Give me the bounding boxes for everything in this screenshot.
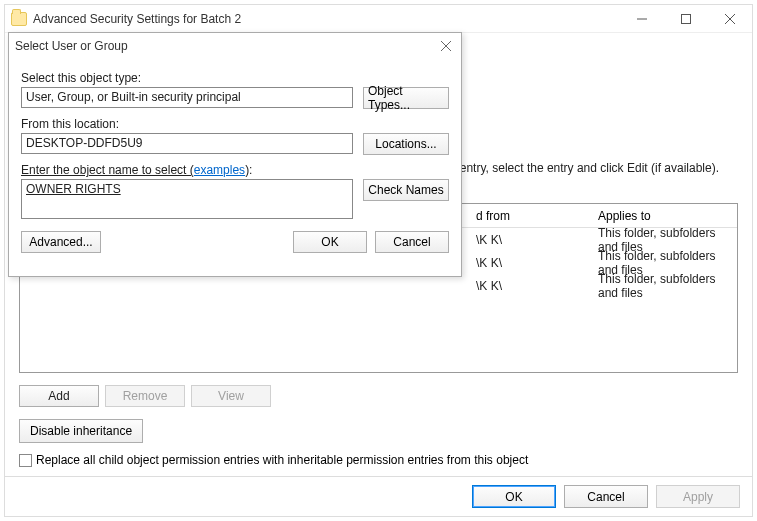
object-type-field[interactable]: User, Group, or Built-in security princi… [21,87,353,108]
replace-checkbox-row: Replace all child object permission entr… [19,453,528,467]
locations-button[interactable]: Locations... [363,133,449,155]
enter-object-name-label: Enter the object name to select (example… [21,163,449,177]
examples-link[interactable]: examples [194,163,245,177]
window-controls [620,5,752,32]
disable-inheritance-row: Disable inheritance [19,419,143,443]
table-buttons: Add Remove View [19,385,271,407]
dialog-close-button[interactable] [437,37,455,55]
ok-button[interactable]: OK [472,485,556,508]
add-button[interactable]: Add [19,385,99,407]
col-inherited-from[interactable]: d from [468,209,590,223]
dialog-footer: Advanced... OK Cancel [21,231,449,253]
select-user-dialog: Select User or Group Select this object … [8,32,462,277]
dialog-ok-button[interactable]: OK [293,231,367,253]
dialog-body: Select this object type: User, Group, or… [9,59,461,263]
col-applies-to[interactable]: Applies to [590,209,737,223]
replace-checkbox-label: Replace all child object permission entr… [36,453,528,467]
apply-button[interactable]: Apply [656,485,740,508]
svg-rect-1 [682,14,691,23]
main-footer: OK Cancel Apply [5,476,752,516]
dialog-cancel-button[interactable]: Cancel [375,231,449,253]
advanced-button[interactable]: Advanced... [21,231,101,253]
main-titlebar: Advanced Security Settings for Batch 2 [5,5,752,33]
object-name-field[interactable]: OWNER RIGHTS [21,179,353,219]
dialog-titlebar: Select User or Group [9,33,461,59]
object-types-button[interactable]: Object Types... [363,87,449,109]
minimize-button[interactable] [620,5,664,32]
location-field[interactable]: DESKTOP-DDFD5U9 [21,133,353,154]
check-names-button[interactable]: Check Names [363,179,449,201]
object-type-label: Select this object type: [21,71,449,85]
location-label: From this location: [21,117,449,131]
close-button[interactable] [708,5,752,32]
disable-inheritance-button[interactable]: Disable inheritance [19,419,143,443]
maximize-button[interactable] [664,5,708,32]
main-window-title: Advanced Security Settings for Batch 2 [33,12,620,26]
dialog-title: Select User or Group [15,39,437,53]
remove-button[interactable]: Remove [105,385,185,407]
folder-icon [11,12,27,26]
replace-checkbox[interactable] [19,454,32,467]
cancel-button[interactable]: Cancel [564,485,648,508]
view-button[interactable]: View [191,385,271,407]
table-row[interactable]: \K K\ This folder, subfolders and files [20,274,737,297]
